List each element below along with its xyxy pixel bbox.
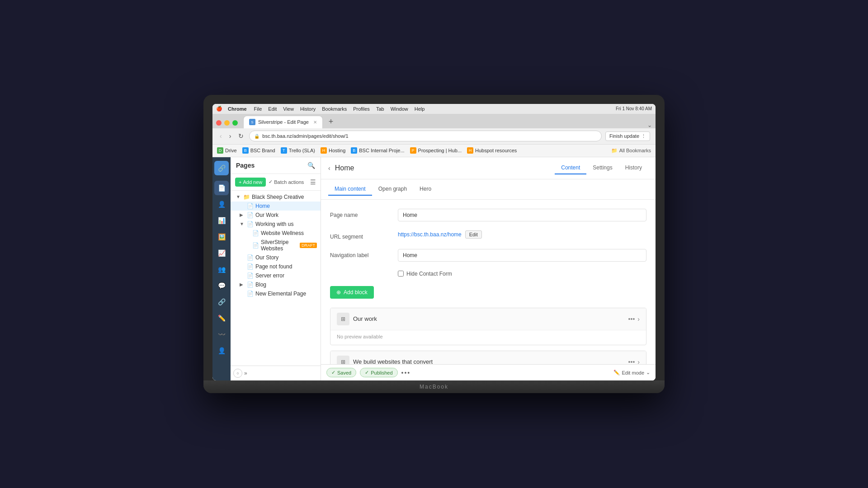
apple-menu[interactable]: 🍎 [216, 106, 222, 112]
nav-icon-links[interactable]: 🔗 [214, 295, 229, 309]
close-button[interactable] [216, 120, 222, 126]
toggle-working[interactable]: ▼ [240, 221, 245, 226]
menu-profiles[interactable]: Profiles [353, 106, 370, 112]
bookmark-hosting[interactable]: H Hosting [321, 147, 345, 154]
bookmark-drive[interactable]: D Drive [217, 147, 237, 154]
tree-item-our-story[interactable]: 📄 Our Story [231, 253, 321, 262]
tree-label-our-story: Our Story [255, 254, 317, 261]
tree-item-server-error[interactable]: 📄 Server error [231, 271, 321, 280]
brand-icon[interactable]: 🔗 [214, 161, 229, 175]
tree-label-404: Page not found [255, 263, 317, 270]
tree-item-home[interactable]: 📄 Home [231, 202, 321, 211]
nav-label-input[interactable] [398, 249, 646, 262]
all-bookmarks[interactable]: 📁 All Bookmarks [611, 148, 651, 154]
block-header-websites: ⊞ We build websites that convert ••• › [330, 351, 646, 365]
hide-contact-row: Hide Contact Form [398, 271, 646, 277]
tree-item-404[interactable]: 📄 Page not found [231, 262, 321, 271]
menu-file[interactable]: File [254, 106, 262, 112]
block-expand-icon-2[interactable]: › [637, 358, 640, 365]
toggle-blog[interactable]: ▶ [240, 282, 245, 287]
batch-actions-button[interactable]: ✓ Batch actions [269, 179, 304, 185]
bookmark-prospecting[interactable]: P Prospecting | Hub... [410, 147, 462, 154]
nav-bar: ‹ › ↻ 🔒 bsc.th.baa.nz/admin/pages/edit/s… [212, 128, 656, 145]
tab-close-icon[interactable]: ✕ [313, 120, 317, 125]
tree-item-bsc[interactable]: ▼ 📁 Black Sheep Creative [231, 192, 321, 202]
bookmark-bsc-internal[interactable]: B BSC Internal Proje... [351, 147, 404, 154]
menu-items: File Edit View History Bookmarks Profile… [254, 106, 425, 112]
check-icon: ✓ [269, 179, 273, 185]
collapse-sidebar-button[interactable]: ○ [233, 369, 242, 378]
subtab-main-content[interactable]: Main content [328, 183, 372, 196]
tree-item-blog[interactable]: ▶ 📄 Blog [231, 280, 321, 289]
subtab-hero[interactable]: Hero [413, 183, 438, 196]
trello-icon: T [281, 147, 287, 154]
tab-history[interactable]: History [619, 162, 648, 174]
nav-icon-profile[interactable]: 👤 [214, 343, 229, 358]
nav-icon-users[interactable]: 👤 [214, 197, 229, 211]
refresh-button[interactable]: ↻ [236, 131, 245, 141]
nav-icon-reports[interactable]: 📈 [214, 246, 229, 260]
menu-tab[interactable]: Tab [376, 106, 384, 112]
bookmark-bsc-internal-label: BSC Internal Proje... [359, 148, 404, 153]
nav-icon-groups[interactable]: 👥 [214, 262, 229, 277]
browser-tab[interactable]: S Silverstripe - Edit Page ✕ [243, 116, 323, 128]
cms-layout: 🔗 📄 👤 📊 🖼️ 📈 👥 💬 🔗 ✏️ 〰️ 👤 Pa [212, 157, 656, 381]
browser-window: 🍎 Chrome File Edit View History Bookmark… [212, 104, 656, 381]
add-block-button[interactable]: ⊕ Add block [330, 286, 374, 299]
tree-item-our-work[interactable]: ▶ 📄 Our Work [231, 211, 321, 220]
nav-icon-media[interactable]: 🖼️ [214, 230, 229, 244]
back-button[interactable]: ‹ [218, 131, 224, 141]
menu-view[interactable]: View [283, 106, 294, 112]
nav-icon-files[interactable]: 📊 [214, 213, 229, 228]
search-icon[interactable]: 🔍 [307, 162, 315, 169]
nav-right: Finish update ⋮ [605, 131, 650, 141]
url-bar[interactable]: 🔒 bsc.th.baa.nz/admin/pages/edit/show/1 [249, 131, 602, 141]
tree-item-elemental[interactable]: 📄 New Elemental Page [231, 289, 321, 298]
check-icon-published: ✓ [365, 370, 369, 375]
new-tab-button[interactable]: + [325, 116, 337, 128]
url-link[interactable]: https://bsc.th.baa.nz/home [398, 231, 462, 238]
edit-mode-button[interactable]: ✏️ Edit mode ⌄ [613, 370, 650, 375]
status-more-button[interactable]: ••• [401, 369, 411, 376]
subtab-open-graph[interactable]: Open graph [372, 183, 413, 196]
maximize-button[interactable] [232, 120, 238, 126]
add-new-button[interactable]: + Add new [235, 178, 266, 187]
tree-label-blog: Blog [255, 282, 317, 288]
minimize-button[interactable] [224, 120, 230, 126]
main-content: ‹ Home Content Settings History Main con… [321, 157, 656, 381]
toggle-our-work[interactable]: ▶ [240, 212, 245, 217]
tree-item-wellness[interactable]: 📄 Website Wellness [231, 229, 321, 238]
tree-item-working[interactable]: ▼ 📄 Working with us [231, 220, 321, 229]
menu-edit[interactable]: Edit [268, 106, 277, 112]
block-expand-icon[interactable]: › [637, 315, 640, 323]
tab-settings[interactable]: Settings [586, 162, 618, 174]
page-tree: ▼ 📁 Black Sheep Creative 📄 Home ▶ [231, 191, 321, 366]
nav-icon-comments[interactable]: 💬 [214, 278, 229, 293]
menu-help[interactable]: Help [415, 106, 425, 112]
forward-button[interactable]: › [227, 131, 233, 141]
toggle-bsc[interactable]: ▼ [236, 194, 241, 199]
tree-item-silverstripe[interactable]: 📄 SilverStripe Websites DRAFT [231, 238, 321, 253]
saved-label: Saved [337, 370, 351, 375]
bookmark-trello[interactable]: T Trello (SLA) [281, 147, 315, 154]
page-icon-home: 📄 [247, 203, 254, 209]
page-name-input[interactable] [398, 209, 646, 221]
block-more-icon[interactable]: ••• [628, 315, 635, 323]
tab-expand-icon[interactable]: ⌄ [647, 122, 652, 128]
bookmark-hubspot[interactable]: H Hubspot resources [467, 147, 517, 154]
url-edit-button[interactable]: Edit [465, 230, 482, 239]
expand-icon[interactable]: » [244, 370, 247, 376]
nav-icon-pages[interactable]: 📄 [214, 181, 229, 195]
tab-content[interactable]: Content [555, 162, 586, 174]
finish-update-button[interactable]: Finish update ⋮ [605, 131, 650, 141]
back-button[interactable]: ‹ [328, 164, 330, 172]
nav-icon-analytics[interactable]: 〰️ [214, 327, 229, 342]
block-more-icon-2[interactable]: ••• [628, 358, 635, 365]
nav-icon-edit[interactable]: ✏️ [214, 311, 229, 325]
menu-window[interactable]: Window [391, 106, 408, 112]
bookmark-bsc-brand[interactable]: B BSC Brand [242, 147, 275, 154]
menu-history[interactable]: History [300, 106, 316, 112]
hide-contact-checkbox[interactable] [398, 271, 404, 277]
list-view-icon[interactable]: ☰ [310, 178, 316, 186]
menu-bookmarks[interactable]: Bookmarks [322, 106, 347, 112]
